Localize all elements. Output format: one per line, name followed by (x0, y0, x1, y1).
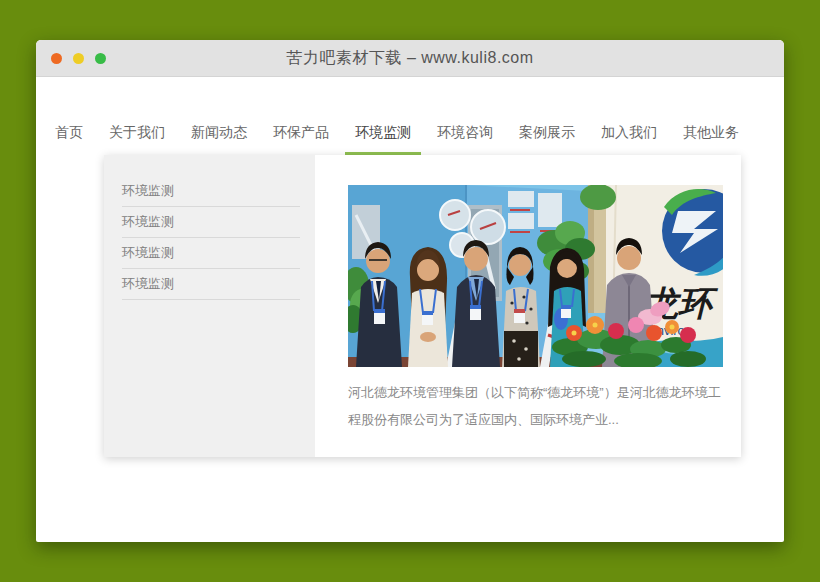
nav-item-join-us[interactable]: 加入我们 (588, 123, 670, 156)
nav-item-news[interactable]: 新闻动态 (178, 123, 260, 156)
dropdown-content: 龙环 Environ (315, 155, 741, 457)
window-controls (51, 53, 106, 64)
nav-item-other[interactable]: 其他业务 (670, 123, 752, 156)
sidebar-item-monitoring-2[interactable]: 环境监测 (122, 207, 300, 238)
maximize-button-icon[interactable] (95, 53, 106, 64)
browser-window: 苦力吧素材下载 – www.kuli8.com 首页 关于我们 新闻动态 环保产… (36, 40, 784, 542)
nav-item-products[interactable]: 环保产品 (260, 123, 342, 156)
nav-item-consulting[interactable]: 环境咨询 (424, 123, 506, 156)
nav-item-monitoring[interactable]: 环境监测 (342, 123, 424, 156)
nav-item-home[interactable]: 首页 (42, 123, 96, 156)
window-title: 苦力吧素材下载 – www.kuli8.com (36, 48, 784, 69)
sidebar-item-monitoring-4[interactable]: 环境监测 (122, 269, 300, 300)
article-excerpt: 河北德龙环境管理集团（以下简称“德龙环境”）是河北德龙环境工程股份有限公司为了适… (348, 379, 728, 433)
dropdown-sidebar: 环境监测 环境监测 环境监测 环境监测 (104, 155, 315, 457)
sidebar-list: 环境监测 环境监测 环境监测 环境监测 (104, 176, 315, 300)
titlebar: 苦力吧素材下载 – www.kuli8.com (36, 40, 784, 77)
sidebar-item-monitoring-1[interactable]: 环境监测 (122, 176, 300, 207)
close-button-icon[interactable] (51, 53, 62, 64)
main-nav: 首页 关于我们 新闻动态 环保产品 环境监测 环境咨询 案例展示 加入我们 其他… (36, 77, 784, 156)
dropdown-panel: 环境监测 环境监测 环境监测 环境监测 (104, 155, 741, 457)
sidebar-item-monitoring-3[interactable]: 环境监测 (122, 238, 300, 269)
nav-list: 首页 关于我们 新闻动态 环保产品 环境监测 环境咨询 案例展示 加入我们 其他… (36, 77, 784, 156)
article-photo[interactable]: 龙环 Environ (348, 185, 723, 367)
nav-item-cases[interactable]: 案例展示 (506, 123, 588, 156)
minimize-button-icon[interactable] (73, 53, 84, 64)
nav-item-about[interactable]: 关于我们 (96, 123, 178, 156)
